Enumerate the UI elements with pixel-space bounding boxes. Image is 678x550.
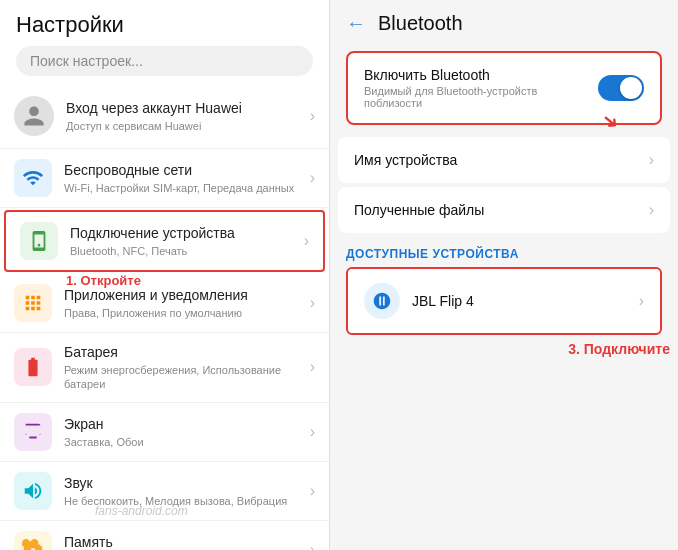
jbl-device-icon: [364, 283, 400, 319]
settings-item-device[interactable]: Подключение устройства Bluetooth, NFC, П…: [4, 210, 325, 272]
wifi-text: Беспроводные сети Wi-Fi, Настройки SIM-к…: [64, 161, 306, 195]
apps-text: Приложения и уведомления Права, Приложен…: [64, 286, 306, 320]
apps-chevron: ›: [310, 294, 315, 312]
settings-item-apps[interactable]: Приложения и уведомления Права, Приложен…: [0, 274, 329, 333]
wifi-subtitle: Wi-Fi, Настройки SIM-карт, Передача данн…: [64, 181, 306, 195]
right-panel: ← Bluetooth Включить Bluetooth Видимый д…: [330, 0, 678, 550]
right-header: ← Bluetooth: [330, 0, 678, 47]
account-item[interactable]: Вход через аккаунт Huawei Доступ к серви…: [0, 84, 329, 149]
right-content: Включить Bluetooth Видимый для Bluetooth…: [330, 47, 678, 550]
battery-subtitle: Режим энергосбережения, Использование ба…: [64, 363, 306, 392]
account-title: Вход через аккаунт Huawei: [66, 99, 306, 117]
jbl-device-card[interactable]: JBL Flip 4 ›: [346, 267, 662, 335]
account-subtitle: Доступ к сервисам Huawei: [66, 119, 306, 133]
bluetooth-toggle[interactable]: [598, 75, 644, 101]
settings-item-sound[interactable]: Звук Не беспокоить, Мелодия вызова, Вибр…: [0, 462, 329, 521]
left-header: Настройки Поиск настроек...: [0, 0, 329, 84]
apps-title: Приложения и уведомления: [64, 286, 306, 304]
sound-icon: [14, 472, 52, 510]
bluetooth-enable-subtitle: Видимый для Bluetooth-устройств поблизос…: [364, 85, 598, 109]
page-title: Настройки: [16, 12, 313, 38]
account-text: Вход через аккаунт Huawei Доступ к серви…: [66, 99, 306, 133]
jbl-text: JBL Flip 4: [412, 293, 635, 309]
device-connect-icon: [20, 222, 58, 260]
jbl-chevron: ›: [639, 292, 644, 310]
bluetooth-row-text: Включить Bluetooth Видимый для Bluetooth…: [364, 67, 598, 109]
device-section: JBL Flip 4 › 3. Подключите: [338, 267, 670, 361]
search-bar[interactable]: Поиск настроек...: [16, 46, 313, 76]
battery-title: Батарея: [64, 343, 306, 361]
step1-label: 1. Откройте: [66, 273, 141, 288]
settings-list: Вход через аккаунт Huawei Доступ к серви…: [0, 84, 329, 550]
sound-text: Звук Не беспокоить, Мелодия вызова, Вибр…: [64, 474, 306, 508]
wifi-icon: [14, 159, 52, 197]
files-chevron: ›: [649, 201, 654, 219]
screen-text: Экран Заставка, Обои: [64, 415, 306, 449]
settings-item-wifi[interactable]: Беспроводные сети Wi-Fi, Настройки SIM-к…: [0, 149, 329, 208]
wifi-title: Беспроводные сети: [64, 161, 306, 179]
search-placeholder: Поиск настроек...: [30, 53, 143, 69]
left-panel: Настройки Поиск настроек... Вход через а…: [0, 0, 330, 550]
step3-label: 3. Подключите: [338, 337, 670, 361]
account-chevron: ›: [310, 107, 315, 125]
files-row[interactable]: Полученные файлы ›: [338, 187, 670, 233]
sound-subtitle: Не беспокоить, Мелодия вызова, Вибрация: [64, 494, 306, 508]
memory-title: Память: [64, 533, 306, 550]
device-name-text: Имя устройства: [354, 152, 645, 168]
avatar: [14, 96, 54, 136]
battery-chevron: ›: [310, 358, 315, 376]
screen-icon: [14, 413, 52, 451]
device-name-row[interactable]: Имя устройства ›: [338, 137, 670, 183]
step2-annotation: 2. Включите: [535, 47, 614, 48]
sound-chevron: ›: [310, 482, 315, 500]
apps-subtitle: Права, Приложения по умолчанию: [64, 306, 306, 320]
device-subtitle: Bluetooth, NFC, Печать: [70, 244, 300, 258]
bluetooth-enable-title: Включить Bluetooth: [364, 67, 598, 83]
battery-icon: [14, 348, 52, 386]
memory-text: Память Память, Очистка памяти: [64, 533, 306, 550]
battery-text: Батарея Режим энергосбережения, Использо…: [64, 343, 306, 392]
device-chevron: ›: [304, 232, 309, 250]
jbl-row[interactable]: JBL Flip 4 ›: [348, 269, 660, 333]
bluetooth-title: Bluetooth: [378, 12, 463, 35]
memory-icon: [14, 531, 52, 550]
device-name-chevron: ›: [649, 151, 654, 169]
screen-subtitle: Заставка, Обои: [64, 435, 306, 449]
files-title: Полученные файлы: [354, 202, 645, 218]
files-card: Полученные файлы ›: [338, 187, 670, 233]
back-button[interactable]: ←: [346, 12, 366, 35]
screen-chevron: ›: [310, 423, 315, 441]
apps-icon: [14, 284, 52, 322]
settings-item-memory[interactable]: Память Память, Очистка памяти ›: [0, 521, 329, 550]
memory-chevron: ›: [310, 541, 315, 550]
device-name-card: Имя устройства ›: [338, 137, 670, 183]
device-text: Подключение устройства Bluetooth, NFC, П…: [70, 224, 300, 258]
settings-item-screen[interactable]: Экран Заставка, Обои ›: [0, 403, 329, 462]
files-text: Полученные файлы: [354, 202, 645, 218]
sound-title: Звук: [64, 474, 306, 492]
wifi-chevron: ›: [310, 169, 315, 187]
device-title: Подключение устройства: [70, 224, 300, 242]
available-devices-header: ДОСТУПНЫЕ УСТРОЙСТВА: [330, 237, 678, 267]
device-name-title: Имя устройства: [354, 152, 645, 168]
settings-item-battery[interactable]: Батарея Режим энергосбережения, Использо…: [0, 333, 329, 403]
jbl-name: JBL Flip 4: [412, 293, 635, 309]
screen-title: Экран: [64, 415, 306, 433]
